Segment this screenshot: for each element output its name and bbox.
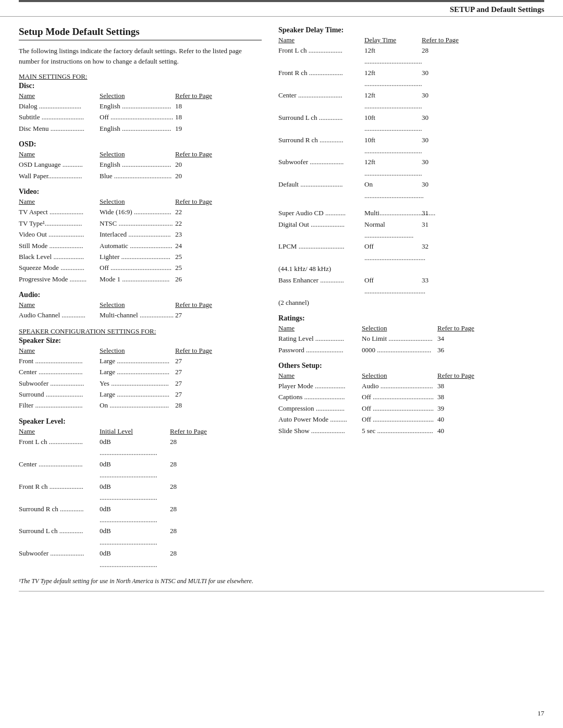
entry-refer: 28 [422,45,429,67]
others-col-name: Name [278,372,362,380]
entry-name: Subwoofer .................... [19,548,100,570]
entry-name: Auto Power Mode .......... [278,414,362,425]
entry-name: Surround L ch .............. [278,112,364,134]
entry-initial: 0dB .................................. [100,525,170,548]
entry-name: Dialog ......................... [19,101,100,112]
speaker-level-section: Speaker Level: Name Initial Level Refer … [19,417,262,570]
audio-col-selection: Selection [100,301,175,309]
entry-refer: 36 [437,344,444,355]
spk-size-col-refer: Refer to Page [175,347,212,355]
osd-col-headers: Name Selection Refer to Page [19,150,262,158]
entry-delay: 12ft .................................. [364,90,422,112]
speaker-size-section: Speaker Size: Name Selection Refer to Pa… [19,337,262,411]
table-row: Progressive Mode .......... Mode 1 .....… [19,274,262,285]
entry-name: Surround R ch .............. [278,134,364,157]
others-col-headers: Name Selection Refer to Page [278,372,530,380]
table-row: TV Type¹...................... NTSC ....… [19,218,262,229]
entry-refer: 27 [175,378,182,389]
entry-selection: English ............................. [100,159,175,170]
table-row: Center .......................... 0dB ..… [19,459,262,481]
entry-refer: 18 [175,112,182,122]
video-section: Video: Name Selection Refer to Page TV A… [19,188,262,285]
entry-name: Subwoofer .................... [278,156,364,179]
osd-col-name: Name [19,150,100,158]
entry-refer: 30 [422,67,429,90]
osd-col-selection: Selection [100,150,175,158]
video-label: Video: [19,188,262,196]
entry-selection: Yes .................................. [100,378,175,389]
speaker-level-label: Speaker Level: [19,417,262,426]
entry-name: Super Audio CD ............ [278,207,364,218]
table-row: Slide Show .................... 5 sec ..… [278,425,530,436]
entry-name: Black Level .................. [19,251,100,262]
entry-selection: Multi-channel .................... [100,310,175,320]
entry-initial: 0dB .................................. [100,503,170,526]
entry-selection: Lighter ............................. [100,251,175,262]
entry-sel: No Limit .......................... [362,333,437,344]
entry-refer: 34 [437,333,444,344]
entry-name: Captions ........................ [278,391,362,402]
footnote-text: ¹The TV Type default setting for use in … [19,576,262,586]
table-row: Dialog ......................... English… [19,101,262,112]
entry-name: Subwoofer .................... [19,378,100,389]
speaker-delay-label: Speaker Delay Time: [278,26,530,34]
entry-refer: 28 [170,548,177,570]
entry-sel: Off .................................... [362,414,437,425]
entry-refer: 32 [422,241,429,263]
page-footer: 17 [537,709,544,718]
entry-name: Rating Level ................. [278,333,362,344]
delay-col-refer: Refer to Page [422,36,459,44]
entry-refer: 20 [175,170,182,181]
entry-selection: On ................................... [100,400,175,411]
audio-col-headers: Name Selection Refer to Page [19,301,262,309]
table-row: Surround L ch .............. 10ft ......… [278,112,530,134]
spk-level-col-name: Name [19,427,100,436]
entry-refer: 27 [175,389,182,400]
ratings-col-headers: Name Selection Refer to Page [278,324,530,332]
lpcm-note-row: (44.1 kHz/ 48 kHz) [278,263,530,274]
entry-sel: Multi................................. [364,207,422,218]
entry-name: TV Aspect .................... [19,206,100,217]
ratings-section: Ratings: Name Selection Refer to Page Ra… [278,314,530,355]
entry-name: Progressive Mode .......... [19,274,100,285]
entry-name: Compression ................. [278,403,362,414]
entry-name: Surround ...................... [19,389,100,400]
entry-name: Front L ch .................... [278,45,364,67]
entry-refer: 38 [437,391,444,402]
entry-selection: English ............................. [100,123,175,134]
entry-delay: On ................................... [364,179,422,201]
entry-name: Front R ch .................... [19,481,100,503]
entry-name: Digital Out .................... [278,219,364,241]
entry-sel: Off .................................... [364,275,422,297]
entry-refer: 18 [175,101,182,112]
lpcm-note: (44.1 kHz/ 48 kHz) [278,263,331,274]
entry-refer: 40 [437,425,444,436]
speaker-size-col-headers: Name Selection Refer to Page [19,347,262,355]
table-row: Front R ch .................... 12ft ...… [278,67,530,90]
table-row: Default ......................... On ...… [278,179,530,201]
others-col-refer: Refer to Page [437,372,474,380]
entry-refer: 30 [422,90,429,112]
entry-name: Still Mode .................... [19,240,100,251]
entry-selection: Mode 1 ............................ [100,274,175,285]
disc-col-refer: Refer to Page [175,92,212,100]
entry-refer: 30 [422,156,429,179]
misc-section: Super Audio CD ............ Multi.......… [278,207,530,308]
table-row: Filter ............................ On .… [19,400,262,411]
entry-refer: 25 [175,262,182,273]
table-row: Subwoofer .................... 0dB .....… [19,548,262,570]
speaker-config-label: SPEAKER CONFIGURATION SETTINGS FOR: [19,327,262,336]
entry-refer: 28 [170,481,177,503]
entry-refer: 27 [175,366,182,377]
table-row: Captions ........................ Off ..… [278,391,530,402]
table-row: Compression ................. Off ......… [278,403,530,414]
entry-sel: Audio ............................... [362,380,437,391]
delay-col-name: Name [278,36,364,44]
entry-refer: 27 [175,310,182,320]
table-row: Super Audio CD ............ Multi.......… [278,207,530,218]
entry-refer: 31 [422,219,429,241]
entry-refer: 33 [422,275,429,297]
video-col-selection: Selection [100,198,175,206]
table-row: Audio Channel .............. Multi-chann… [19,310,262,320]
entry-selection: Large ............................... [100,366,175,377]
